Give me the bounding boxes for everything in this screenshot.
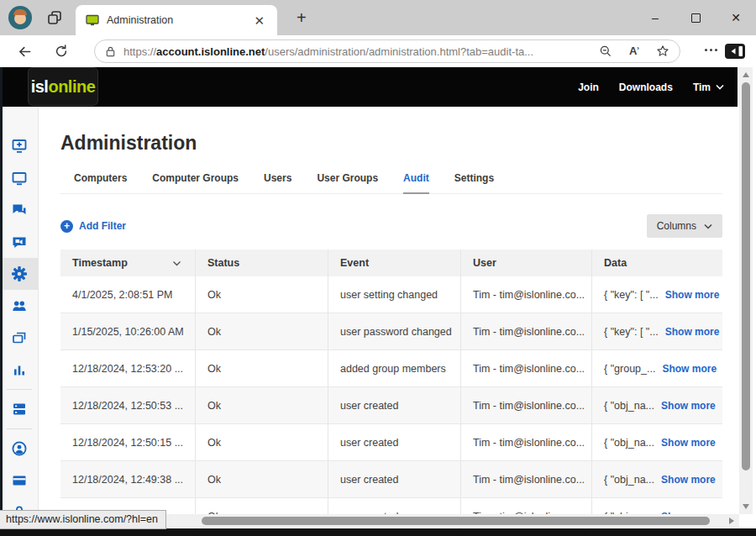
sidebar-chat-icon[interactable] (0, 194, 39, 226)
nav-user-menu[interactable]: Tim (693, 81, 724, 93)
workspaces-icon[interactable] (45, 8, 64, 27)
tab-title: Administration (107, 14, 249, 26)
audit-table: Timestamp Status Event User Data 4/1/202… (60, 250, 722, 535)
refresh-button[interactable] (50, 41, 72, 61)
columns-label: Columns (657, 220, 696, 232)
table-row: 12/18/2024, 12:49:38 ...Okuser createdTi… (60, 461, 722, 498)
app-navbar: islonline Join Downloads Tim (0, 67, 738, 107)
data-cell: { "key": [ "...Show more (591, 276, 722, 313)
user-cell: Tim - tim@islonline.co... (460, 424, 591, 460)
window-controls: – ✕ (635, 0, 756, 35)
header-status[interactable]: Status (195, 250, 328, 276)
sidebar-computers-icon[interactable] (0, 162, 39, 194)
table-row: 12/18/2024, 12:50:15 ...Okuser createdTi… (60, 424, 722, 461)
url-text: https://account.islonline.net/users/admi… (123, 45, 599, 58)
data-cell: { "key": [ "...Show more (591, 313, 722, 349)
scroll-down-icon[interactable] (741, 502, 751, 512)
sidebar-video-chat-icon[interactable] (0, 226, 39, 258)
status-cell: Ok (195, 424, 328, 460)
vertical-scrollbar[interactable] (739, 67, 753, 514)
status-cell: Ok (195, 350, 328, 386)
tab-close-icon[interactable]: ✕ (249, 13, 269, 29)
tab-computers[interactable]: Computers (74, 172, 127, 193)
browser-toolbar: https://account.islonline.net/users/admi… (0, 35, 756, 67)
show-more-link[interactable]: Show more (662, 363, 717, 375)
close-button[interactable]: ✕ (716, 0, 756, 35)
sort-chevron-icon (172, 260, 181, 266)
data-cell: { "obj_na...Show more (591, 424, 722, 460)
table-body: 4/1/2025, 2:08:51 PMOkuser setting chang… (60, 276, 722, 535)
admin-tabs: Computers Computer Groups Users User Gro… (60, 172, 722, 194)
event-cell: user created (328, 387, 460, 423)
event-cell: user created (328, 461, 460, 497)
table-row: 12/18/2024, 12:50:53 ...Okuser createdTi… (60, 387, 722, 424)
sidebar-reports-icon[interactable] (0, 354, 39, 386)
window-bottom-edge (0, 528, 756, 536)
user-cell: Tim - tim@islonline.co... (460, 313, 591, 349)
status-cell: Ok (195, 313, 328, 349)
status-cell: Ok (195, 387, 328, 423)
header-data[interactable]: Data (591, 250, 722, 276)
favorites-star-icon[interactable] (656, 45, 669, 58)
sidebar-toggle-icon[interactable] (724, 43, 746, 60)
tab-audit[interactable]: Audit (403, 172, 429, 194)
show-more-link[interactable]: Show more (665, 326, 720, 338)
address-bar[interactable]: https://account.islonline.net/users/admi… (94, 39, 680, 63)
scroll-right-icon[interactable] (727, 516, 737, 526)
timestamp-cell: 12/18/2024, 12:53:20 ... (60, 350, 195, 386)
nav-user-name: Tim (693, 81, 711, 93)
lock-icon (105, 45, 116, 58)
content-area: Administration Computers Computer Groups… (0, 107, 739, 536)
sidebar-settings-icon[interactable] (0, 258, 39, 290)
islonline-logo[interactable]: islonline (28, 67, 98, 106)
sidebar-account-icon[interactable] (0, 433, 39, 465)
header-user[interactable]: User (460, 250, 591, 276)
table-header: Timestamp Status Event User Data (60, 250, 722, 276)
sidebar-add-computer-icon[interactable] (0, 130, 39, 162)
back-button[interactable] (13, 41, 35, 61)
page-title: Administration (60, 132, 739, 155)
sidebar-servers-icon[interactable] (0, 393, 39, 425)
zoom-out-icon[interactable] (599, 45, 612, 58)
settings-more-icon[interactable] (710, 49, 712, 51)
new-tab-button[interactable]: + (290, 7, 313, 29)
tab-favicon-monitor-icon (86, 14, 99, 27)
tab-settings[interactable]: Settings (454, 172, 494, 193)
header-event[interactable]: Event (328, 250, 460, 276)
data-preview: { "key": [ "... (604, 289, 659, 301)
minimize-button[interactable]: – (635, 0, 675, 35)
scroll-up-icon[interactable] (741, 70, 751, 80)
user-cell: Tim - tim@islonline.co... (460, 276, 591, 313)
nav-join-link[interactable]: Join (578, 81, 599, 93)
show-more-link[interactable]: Show more (661, 474, 716, 486)
tab-computer-groups[interactable]: Computer Groups (152, 172, 239, 193)
columns-button[interactable]: Columns (647, 214, 722, 238)
timestamp-cell: 12/18/2024, 12:49:38 ... (60, 461, 195, 497)
event-cell: user password changed (328, 313, 460, 349)
data-preview: { "obj_na... (604, 400, 654, 412)
nav-downloads-link[interactable]: Downloads (619, 81, 673, 93)
data-preview: { "obj_na... (604, 474, 654, 486)
chevron-down-icon (716, 84, 724, 90)
sidebar-users-icon[interactable] (0, 290, 39, 322)
browser-tab[interactable]: Administration ✕ (76, 5, 277, 35)
show-more-link[interactable]: Show more (661, 400, 716, 412)
read-aloud-icon[interactable]: A› (629, 45, 639, 57)
data-cell: { "obj_na...Show more (591, 461, 722, 497)
maximize-button[interactable] (675, 0, 716, 35)
sidebar-sessions-icon[interactable] (0, 322, 39, 354)
add-filter-label: Add Filter (79, 220, 126, 232)
profile-avatar[interactable] (8, 6, 32, 29)
sidebar-billing-icon[interactable] (0, 465, 39, 497)
tab-user-groups[interactable]: User Groups (317, 172, 378, 193)
horizontal-scroll-thumb[interactable] (202, 517, 710, 525)
header-timestamp[interactable]: Timestamp (60, 250, 195, 276)
show-more-link[interactable]: Show more (661, 437, 716, 449)
show-more-link[interactable]: Show more (665, 289, 720, 301)
vertical-scroll-thumb[interactable] (742, 82, 750, 470)
sidebar-divider (7, 428, 32, 429)
add-filter-button[interactable]: + Add Filter (60, 220, 126, 233)
tab-users[interactable]: Users (264, 172, 291, 193)
status-cell: Ok (195, 461, 328, 497)
timestamp-cell: 12/18/2024, 12:50:53 ... (60, 387, 195, 423)
